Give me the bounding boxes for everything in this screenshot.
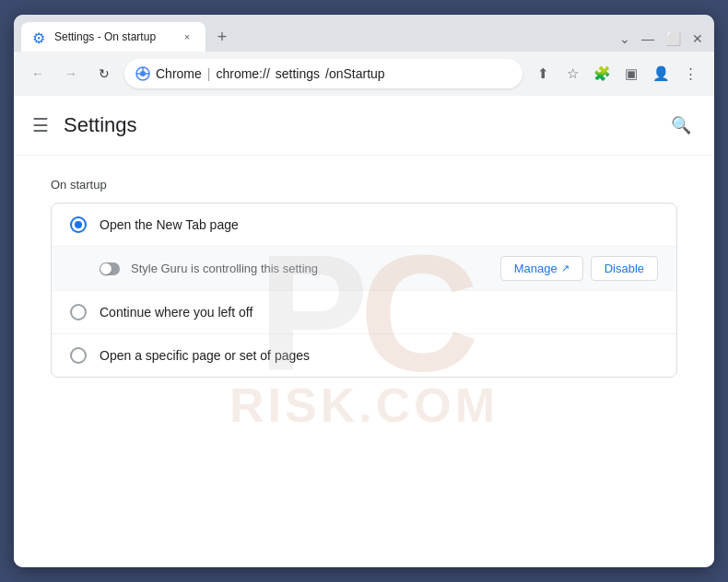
url-separator: | bbox=[207, 66, 211, 81]
url-suffix: /onStartup bbox=[325, 66, 385, 81]
site-name: Chrome bbox=[156, 66, 202, 81]
radio-new-tab[interactable] bbox=[70, 216, 87, 233]
option-row-specific[interactable]: Open a specific page or set of pages bbox=[52, 334, 676, 377]
profile-button[interactable]: 👤 bbox=[648, 61, 674, 87]
share-button[interactable]: ⬆ bbox=[530, 61, 556, 87]
title-bar: ⚙ Settings - On startup × + ⌄ — ⬜ ✕ bbox=[14, 15, 714, 52]
tab-title: Settings - On startup bbox=[54, 30, 172, 43]
settings-body: On startup Open the New Tab page Style G… bbox=[14, 156, 714, 400]
minimize-button[interactable]: — bbox=[641, 31, 654, 46]
forward-button[interactable]: → bbox=[58, 61, 84, 87]
extension-toggle-icon bbox=[100, 262, 120, 275]
extension-buttons: Manage ↗ Disable bbox=[500, 256, 658, 281]
toolbar-actions: ⬆ ☆ 🧩 ▣ 👤 ⋮ bbox=[530, 61, 703, 87]
option-label-new-tab: Open the New Tab page bbox=[100, 217, 239, 232]
hamburger-menu-icon[interactable]: ☰ bbox=[32, 114, 49, 136]
new-tab-button[interactable]: + bbox=[209, 24, 235, 50]
radio-continue[interactable] bbox=[70, 304, 87, 320]
window-controls: ⌄ — ⬜ ✕ bbox=[619, 31, 707, 52]
option-label-continue: Continue where you left off bbox=[100, 305, 252, 320]
disable-extension-button[interactable]: Disable bbox=[591, 256, 658, 281]
manage-label: Manage bbox=[514, 262, 558, 275]
menu-button[interactable]: ⋮ bbox=[677, 61, 703, 87]
page-content: PC RISK.COM ☰ Settings 🔍 On startup Open… bbox=[14, 96, 714, 567]
extension-label: Style Guru is controlling this setting bbox=[131, 262, 489, 275]
external-link-icon: ↗ bbox=[561, 262, 569, 274]
url-path: settings bbox=[276, 66, 320, 81]
extension-controlled-row: Style Guru is controlling this setting M… bbox=[52, 247, 676, 291]
radio-specific[interactable] bbox=[70, 347, 87, 364]
tab-close-button[interactable]: × bbox=[180, 29, 194, 44]
option-row-continue[interactable]: Continue where you left off bbox=[52, 291, 676, 334]
settings-page-title: Settings bbox=[64, 113, 137, 137]
chevron-icon: ⌄ bbox=[619, 31, 630, 46]
settings-search-button[interactable]: 🔍 bbox=[666, 111, 696, 140]
disable-label: Disable bbox=[605, 262, 644, 275]
active-tab[interactable]: ⚙ Settings - On startup × bbox=[21, 22, 205, 52]
site-favicon bbox=[135, 66, 150, 81]
back-button[interactable]: ← bbox=[25, 61, 51, 87]
close-button[interactable]: ✕ bbox=[692, 31, 703, 46]
section-title: On startup bbox=[51, 178, 677, 192]
sidebar-button[interactable]: ▣ bbox=[618, 61, 644, 87]
options-card: Open the New Tab page Style Guru is cont… bbox=[51, 203, 677, 378]
address-bar[interactable]: Chrome | chrome://settings/onStartup bbox=[124, 59, 523, 88]
browser-window: ⚙ Settings - On startup × + ⌄ — ⬜ ✕ ← → … bbox=[14, 15, 714, 567]
manage-extension-button[interactable]: Manage ↗ bbox=[500, 256, 583, 281]
svg-point-1 bbox=[140, 71, 146, 76]
extensions-button[interactable]: 🧩 bbox=[589, 61, 615, 87]
tab-favicon: ⚙ bbox=[32, 29, 47, 44]
settings-header-left: ☰ Settings bbox=[32, 113, 137, 137]
option-label-specific: Open a specific page or set of pages bbox=[100, 348, 310, 363]
reload-button[interactable]: ↻ bbox=[91, 61, 117, 87]
url-prefix: chrome:// bbox=[216, 66, 269, 81]
radio-inner-new-tab bbox=[75, 221, 82, 228]
settings-header: ☰ Settings 🔍 bbox=[14, 96, 714, 156]
maximize-button[interactable]: ⬜ bbox=[665, 31, 681, 46]
option-row-new-tab[interactable]: Open the New Tab page bbox=[52, 204, 676, 247]
bookmark-button[interactable]: ☆ bbox=[559, 61, 585, 87]
toolbar: ← → ↻ Chrome | chrome://settings/onStart… bbox=[14, 52, 714, 96]
